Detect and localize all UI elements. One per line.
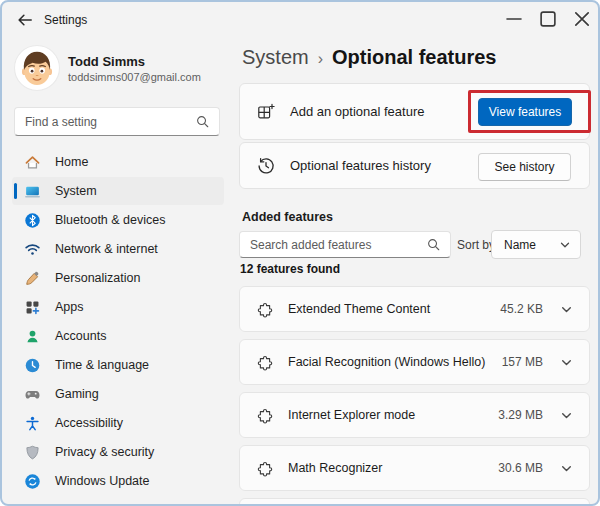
sidebar-item-apps[interactable]: Apps	[12, 293, 224, 321]
minimize-icon	[499, 8, 529, 30]
feature-size: 3.29 MB	[498, 408, 543, 422]
sidebar-item-label: Gaming	[55, 387, 99, 401]
add-feature-icon	[256, 102, 276, 122]
sidebar-item-label: Windows Update	[55, 474, 150, 488]
sidebar-item-system[interactable]: System	[12, 177, 224, 205]
chevron-down-icon[interactable]	[560, 409, 573, 422]
titlebar: Settings	[2, 2, 598, 38]
feature-size: 30.6 MB	[498, 461, 543, 475]
user-name: Todd Simms	[68, 54, 201, 69]
view-features-button[interactable]: View features	[478, 98, 572, 126]
page-title: Optional features	[332, 46, 496, 69]
added-features-search-input[interactable]	[240, 238, 426, 252]
sidebar-item-accessibility[interactable]: Accessibility	[12, 409, 224, 437]
sidebar-nav: Home System Bluetooth & devices Network …	[12, 148, 224, 496]
puzzle-icon	[257, 354, 274, 371]
accessibility-icon	[24, 415, 41, 432]
sidebar-item-personalization[interactable]: Personalization	[12, 264, 224, 292]
shield-icon	[24, 444, 41, 461]
see-history-button[interactable]: See history	[478, 153, 571, 181]
sidebar-item-time-language[interactable]: Time & language	[12, 351, 224, 379]
features-history-card: Optional features history See history	[239, 142, 590, 189]
feature-name: Math Recognizer	[288, 461, 383, 475]
feature-name: Extended Theme Content	[288, 302, 430, 316]
sidebar-item-label: System	[55, 184, 97, 198]
search-icon	[426, 237, 441, 252]
chevron-down-icon[interactable]	[560, 462, 573, 475]
feature-row-math-recognizer[interactable]: Math Recognizer 30.6 MB	[239, 445, 590, 491]
puzzle-icon	[257, 301, 274, 318]
user-meta: Todd Simms toddsimms007@gmail.com	[68, 54, 201, 83]
minimize-button[interactable]	[499, 8, 529, 30]
sidebar-item-label: Bluetooth & devices	[55, 213, 166, 227]
sidebar-item-label: Apps	[55, 300, 84, 314]
sidebar-item-network-internet[interactable]: Network & internet	[12, 235, 224, 263]
sidebar-item-label: Privacy & security	[55, 445, 154, 459]
breadcrumb: System › Optional features	[242, 46, 497, 69]
puzzle-icon	[257, 460, 274, 477]
feature-size: 45.2 KB	[500, 302, 543, 316]
sidebar-item-windows-update[interactable]: Windows Update	[12, 467, 224, 495]
sidebar-item-label: Personalization	[55, 271, 140, 285]
add-feature-label: Add an optional feature	[290, 104, 424, 119]
feature-row-facial-recognition[interactable]: Facial Recognition (Windows Hello) 157 M…	[239, 339, 590, 385]
back-button[interactable]	[16, 11, 34, 29]
chevron-down-icon	[559, 239, 571, 251]
system-icon	[24, 183, 41, 200]
settings-search	[14, 107, 220, 136]
network-icon	[24, 241, 41, 258]
added-features-search	[239, 231, 451, 258]
user-email: toddsimms007@gmail.com	[68, 71, 201, 83]
time-language-icon	[24, 357, 41, 374]
feature-name: Internet Explorer mode	[288, 408, 415, 422]
sidebar-item-label: Home	[55, 155, 88, 169]
feature-name: Facial Recognition (Windows Hello)	[288, 355, 485, 369]
history-label: Optional features history	[290, 158, 431, 173]
add-optional-feature-card: Add an optional feature View features	[239, 83, 590, 140]
window-title: Settings	[44, 13, 87, 27]
added-features-heading: Added features	[242, 210, 333, 224]
sidebar-item-label: Network & internet	[55, 242, 158, 256]
history-icon	[256, 156, 276, 176]
sidebar-item-label: Time & language	[55, 358, 149, 372]
avatar	[14, 45, 60, 91]
puzzle-icon	[257, 407, 274, 424]
accounts-icon	[24, 328, 41, 345]
feature-row-internet-explorer-mode[interactable]: Internet Explorer mode 3.29 MB	[239, 392, 590, 438]
chevron-down-icon[interactable]	[560, 356, 573, 369]
chevron-down-icon[interactable]	[560, 303, 573, 316]
sidebar-item-home[interactable]: Home	[12, 148, 224, 176]
apps-icon	[24, 299, 41, 316]
breadcrumb-system[interactable]: System	[242, 46, 309, 69]
features-count: 12 features found	[240, 262, 340, 276]
sort-dropdown-value: Name	[504, 238, 559, 252]
feature-row-extended-theme-content[interactable]: Extended Theme Content 45.2 KB	[239, 286, 590, 332]
sidebar-item-accounts[interactable]: Accounts	[12, 322, 224, 350]
search-icon	[195, 114, 210, 129]
settings-window: Settings	[0, 0, 600, 506]
back-arrow-icon	[16, 11, 34, 29]
close-icon	[567, 8, 597, 30]
sidebar-item-gaming[interactable]: Gaming	[12, 380, 224, 408]
settings-search-input[interactable]	[15, 115, 195, 129]
personalization-icon	[24, 270, 41, 287]
sidebar-item-label: Accessibility	[55, 416, 123, 430]
sidebar-item-bluetooth-devices[interactable]: Bluetooth & devices	[12, 206, 224, 234]
bluetooth-icon	[24, 212, 41, 229]
maximize-button[interactable]	[533, 8, 563, 30]
sidebar-item-privacy-security[interactable]: Privacy & security	[12, 438, 224, 466]
maximize-icon	[533, 8, 563, 30]
feature-size: 157 MB	[502, 355, 543, 369]
feature-row-partial	[239, 498, 590, 506]
close-button[interactable]	[567, 8, 597, 30]
breadcrumb-chevron-icon: ›	[318, 50, 323, 68]
home-icon	[24, 154, 41, 171]
windows-update-icon	[24, 473, 41, 490]
sort-dropdown[interactable]: Name	[491, 230, 581, 259]
sidebar-item-label: Accounts	[55, 329, 106, 343]
gaming-icon	[24, 386, 41, 403]
user-profile[interactable]: Todd Simms toddsimms007@gmail.com	[14, 44, 224, 92]
